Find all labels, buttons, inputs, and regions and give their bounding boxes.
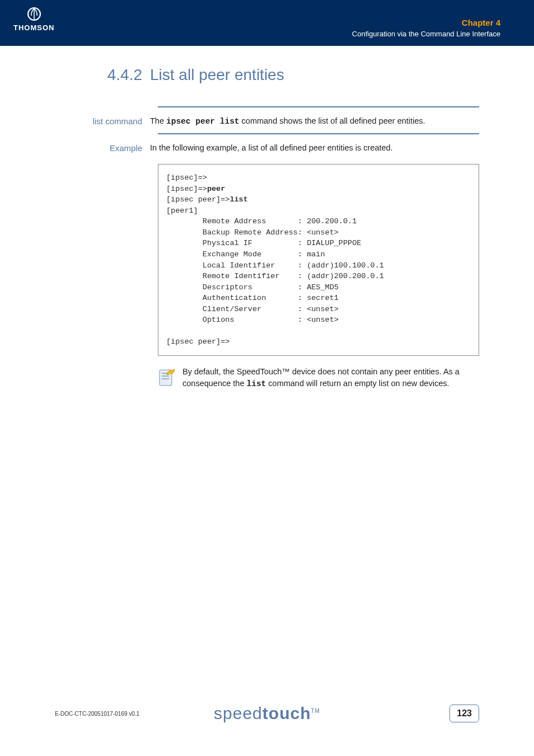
section-number: 4.4.2 [55,66,150,84]
note-text: By default, the SpeedTouch™ device does … [182,366,479,390]
code-line: Physical IF : DIALUP_PPPOE [166,239,361,247]
code-line: Client/Server : <unset> [166,305,339,313]
logo-text: THOMSON [13,24,54,32]
code-line: Remote Address : 200.200.0.1 [166,217,357,226]
thomson-logo: THOMSON [13,7,54,32]
code-line: Remote Identifier : (addr)200.200.0.1 [166,272,384,280]
page-footer: E-DOC-CTC-20051017-0169 v0.1 speedtouchT… [55,705,479,722]
block-label: list command [55,115,150,126]
code-line: Authentication : secret1 [166,294,339,302]
chapter-label: Chapter 4 [352,18,500,27]
brand-bold: touch [263,704,311,722]
brand-tm: TM [311,708,320,714]
thomson-logo-icon [27,7,41,22]
block-body: The ipsec peer list command shows the li… [150,115,479,128]
block-body: In the following example, a list of all … [150,142,479,154]
divider [158,133,479,134]
code-line: [ipsec peer]=> [166,195,229,204]
chapter-subtitle: Configuration via the Command Line Inter… [352,30,500,38]
code-line: [ipsec]=> [166,173,207,182]
code-line: Descriptors : AES_MD5 [166,283,339,292]
divider [158,106,479,107]
code-line: Local Identifier : (addr)100.100.0.1 [166,261,384,270]
note-block: By default, the SpeedTouch™ device does … [158,366,479,390]
inline-code: ipsec peer list [166,117,240,126]
code-line: Options : <unset> [166,316,339,324]
inline-code: list [246,379,266,388]
example-block: Example In the following example, a list… [55,142,479,154]
header-right: Chapter 4 Configuration via the Command … [352,18,500,38]
note-icon [158,366,182,389]
section-heading: 4.4.2 List all peer entities [55,66,479,84]
code-example: [ipsec]=> [ipsec]=>peer [ipsec peer]=>li… [158,164,479,356]
block-label: Example [55,142,150,153]
code-line: Backup Remote Address: <unset> [166,228,339,237]
doc-reference: E-DOC-CTC-20051017-0169 v0.1 [55,711,139,717]
code-bold: list [229,195,247,204]
code-line: Exchange Mode : main [166,250,325,259]
example-intro: In the following example, a list of all … [150,143,393,152]
code-line: [peer1] [166,206,198,215]
brand-light: speed [214,704,263,722]
list-command-block: list command The ipsec peer list command… [55,115,479,128]
page-number: 123 [449,705,479,722]
page-content: 4.4.2 List all peer entities list comman… [55,66,479,390]
brand-logo: speedtouchTM [214,704,320,723]
header-bar: THOMSON Chapter 4 Configuration via the … [0,0,534,46]
code-line: [ipsec]=> [166,185,207,193]
text: command will return an empty list on new… [266,379,449,388]
text: command shows the list of all defined pe… [240,116,425,125]
code-bold: peer [207,185,225,193]
text: The [150,116,166,125]
section-title: List all peer entities [150,66,284,84]
code-line: [ipsec peer]=> [166,337,229,346]
